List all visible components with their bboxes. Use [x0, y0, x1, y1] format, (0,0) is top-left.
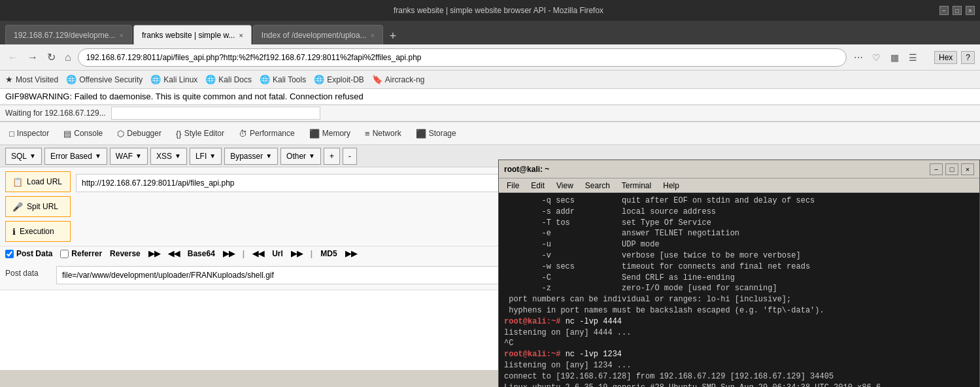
tab-3[interactable]: Index of /development/uploa... ×	[253, 25, 383, 44]
terminal-line: connect to [192.168.67.128] from 192.168…	[504, 371, 974, 382]
referrer-checkbox[interactable]	[60, 250, 69, 258]
xss-dropdown[interactable]: XSS ▼	[150, 148, 187, 165]
spit-url-label: Spit URL	[27, 202, 58, 211]
kali-tools-icon: 🌐	[260, 75, 270, 84]
tab-2[interactable]: franks website | simple w... ×	[133, 25, 252, 44]
terminal-minimize-button[interactable]: −	[930, 163, 943, 175]
browser-window: franks website | simple website browser …	[0, 0, 980, 387]
network-icon: ≡	[365, 129, 370, 139]
tab-bar: 192.168.67.129/developme... × franks web…	[0, 21, 980, 44]
terminal-menu-edit[interactable]: Edit	[526, 180, 550, 192]
reload-button[interactable]: ↻	[44, 48, 58, 66]
maximize-button[interactable]: □	[953, 6, 962, 15]
terminal-menu-help[interactable]: Help	[658, 180, 684, 192]
terminal-line: Linux ubuntu 2.6.35-19-generic #28-Ubunt…	[504, 382, 974, 387]
tab-3-label: Index of /development/uploa...	[262, 31, 367, 40]
close-button[interactable]: ×	[966, 6, 975, 15]
bookmarks-bar: ★ Most Visited 🌐 Offensive Security 🌐 Ka…	[0, 71, 980, 89]
devtool-style-editor[interactable]: {} Style Editor	[169, 124, 231, 143]
terminal-menu-bar: File Edit View Search Terminal Help	[499, 178, 979, 193]
tab-2-label: franks website | simple w...	[142, 31, 235, 40]
terminal-window: root@kali: ~ − □ × File Edit View Search…	[498, 160, 980, 387]
menu-icon[interactable]: ☰	[905, 50, 921, 65]
bookmark-exploit-db-label: Exploit-DB	[327, 75, 364, 84]
kali-docs-icon: 🌐	[205, 75, 216, 84]
home-button[interactable]: ⌂	[62, 49, 74, 66]
bypasser-dropdown[interactable]: Bypasser ▼	[224, 148, 278, 165]
bookmarks-icon[interactable]: ▦	[887, 50, 903, 65]
lfi-label: LFI	[195, 152, 207, 161]
spit-url-icon: 🎤	[12, 202, 23, 212]
sql-dropdown[interactable]: SQL ▼	[5, 148, 42, 165]
waf-dropdown[interactable]: WAF ▼	[110, 148, 148, 165]
back-button[interactable]: ←	[5, 49, 21, 66]
load-url-icon: 📋	[12, 177, 23, 187]
tab-3-close[interactable]: ×	[371, 31, 375, 39]
navigation-bar: ← → ↻ ⌂ ⋯ ♡ ▦ ☰ Hex ?	[0, 44, 980, 71]
storage-icon: ⬛	[416, 129, 426, 139]
tab-1-close[interactable]: ×	[119, 31, 123, 39]
terminal-menu-terminal[interactable]: Terminal	[617, 180, 656, 192]
sql-label: SQL	[11, 152, 27, 161]
devtool-performance-label: Performance	[250, 129, 295, 138]
terminal-menu-view[interactable]: View	[551, 180, 579, 192]
add-tab-button[interactable]: +	[324, 148, 340, 165]
bookmark-kali-linux[interactable]: 🌐 Kali Linux	[150, 75, 197, 84]
terminal-maximize-button[interactable]: □	[945, 163, 958, 175]
bookmark-kali-docs[interactable]: 🌐 Kali Docs	[205, 75, 252, 84]
terminal-menu-search[interactable]: Search	[580, 180, 615, 192]
devtool-storage[interactable]: ⬛ Storage	[409, 124, 463, 143]
post-data-checkbox[interactable]	[5, 250, 14, 258]
referrer-option-label: Referrer	[71, 249, 102, 258]
devtool-inspector[interactable]: □ Inspector	[3, 124, 56, 143]
bookmark-exploit-db[interactable]: 🌐 Exploit-DB	[314, 75, 364, 84]
referrer-checkbox-label[interactable]: Referrer	[60, 249, 102, 258]
devtool-memory[interactable]: ⬛ Memory	[303, 124, 357, 143]
devtool-performance[interactable]: ⏱ Performance	[232, 124, 301, 143]
forward-button[interactable]: →	[25, 49, 41, 66]
browser-content: GIF98WARNING: Failed to daemonise. This …	[0, 89, 980, 370]
xss-dropdown-arrow: ▼	[175, 152, 181, 160]
address-bar[interactable]	[78, 48, 847, 67]
terminal-close-button[interactable]: ×	[961, 163, 974, 175]
hex-button[interactable]: Hex	[934, 51, 957, 64]
terminal-prompt: root@kali:~#	[504, 317, 566, 326]
minimize-button[interactable]: −	[939, 6, 949, 15]
devtool-debugger[interactable]: ⬡ Debugger	[110, 124, 168, 143]
tab-1[interactable]: 192.168.67.129/developme... ×	[5, 25, 132, 44]
tab-2-close[interactable]: ×	[239, 31, 243, 39]
bookmark-offensive-security-label: Offensive Security	[79, 75, 143, 84]
devtool-network[interactable]: ≡ Network	[358, 124, 408, 143]
other-dropdown[interactable]: Other ▼	[280, 148, 321, 165]
help-button[interactable]: ?	[961, 51, 975, 64]
load-url-button[interactable]: 📋 Load URL	[5, 171, 71, 192]
bookmark-icon[interactable]: ♡	[869, 50, 885, 65]
bookmark-offensive-security[interactable]: 🌐 Offensive Security	[66, 75, 143, 84]
status-input[interactable]	[111, 107, 320, 120]
execution-button[interactable]: ℹ Execution	[5, 221, 71, 242]
error-based-label: Error Based	[50, 152, 92, 161]
devtool-console[interactable]: ▤ Console	[57, 124, 109, 143]
error-based-dropdown[interactable]: Error Based ▼	[44, 148, 107, 165]
new-tab-button[interactable]: +	[384, 27, 401, 44]
terminal-title-bar: root@kali: ~ − □ ×	[499, 160, 979, 178]
bookmark-most-visited[interactable]: ★ Most Visited	[5, 75, 58, 84]
reverse-label: Reverse	[110, 249, 141, 258]
load-url-label: Load URL	[27, 177, 62, 186]
spit-url-button[interactable]: 🎤 Spit URL	[5, 196, 71, 217]
window-title: franks website | simple website browser …	[58, 6, 939, 15]
post-data-option-label: Post Data	[16, 249, 52, 258]
separator-2: |	[311, 249, 313, 258]
performance-icon: ⏱	[239, 129, 247, 139]
bypasser-label: Bypasser	[230, 152, 263, 161]
devtool-inspector-label: Inspector	[17, 129, 49, 138]
bookmark-aircrack-ng[interactable]: 🔖 Aircrack-ng	[372, 75, 425, 84]
left-arrows-2: ◀◀	[252, 249, 264, 258]
post-data-checkbox-label[interactable]: Post Data	[5, 249, 52, 258]
terminal-menu-file[interactable]: File	[501, 180, 524, 192]
devtool-console-label: Console	[74, 129, 103, 138]
remove-tab-button[interactable]: -	[343, 148, 357, 165]
bookmark-star-icon[interactable]: ⋯	[851, 50, 866, 65]
lfi-dropdown[interactable]: LFI ▼	[190, 148, 222, 165]
bookmark-kali-tools[interactable]: 🌐 Kali Tools	[260, 75, 306, 84]
